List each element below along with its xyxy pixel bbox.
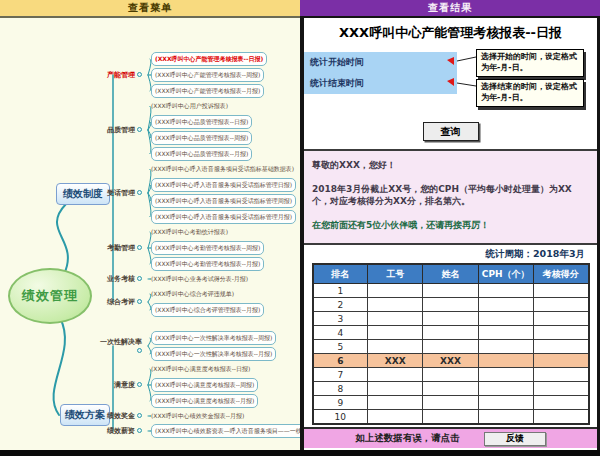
mindmap-leaves: (XXX呼叫中心考勤统计报表)(XXX呼叫中心考勤管理考核报表--周报)(XXX… xyxy=(142,225,264,271)
mindmap-leaf-node[interactable]: (XXX呼叫中心综合考评违规单) xyxy=(151,287,234,301)
encourage-text: 在您前面还有5位小伙伴哦，还请再接再厉！ xyxy=(312,219,589,232)
mindmap-leaf-node[interactable]: (XXX呼叫中心满意度考核报表--月报) xyxy=(151,394,258,408)
mindmap-leaf-node[interactable]: (XXX呼叫中心考勤统计报表) xyxy=(151,225,228,239)
mindmap-branch: 产能管理(XXX呼叫中心产能管理考核报表--日报)(XXX呼叫中心产能管理考核报… xyxy=(100,52,296,98)
time-fields-box: 统计开始时间 统计结束时间 xyxy=(304,52,457,94)
table-cell xyxy=(478,284,533,298)
start-time-field[interactable]: 统计开始时间 xyxy=(304,52,457,73)
mindmap-branch: 品质管理(XXX呼叫中心用户投诉报表)(XXX呼叫中心品质管理报表--日报)(X… xyxy=(100,99,296,161)
mindmap-leaf-node[interactable]: (XXX呼叫中心品质管理报表--日报) xyxy=(151,115,252,129)
mindmap-leaf-node[interactable]: (XXX呼叫中心呼入语音服务项目受话指标管理周报) xyxy=(151,194,296,208)
mindmap-leaf-node[interactable]: (XXX呼叫中心呼入语音服务项目受话指标基础数据表) xyxy=(151,162,294,176)
mindmap-branch-label[interactable]: 考勤管理 xyxy=(100,244,142,252)
mindmap-branch-label[interactable]: 满意度 xyxy=(100,381,142,389)
table-cell: 8 xyxy=(313,382,368,396)
table-cell xyxy=(368,284,423,298)
table-row: 9 xyxy=(313,396,589,410)
mindmap-branches: 产能管理(XXX呼叫中心产能管理考核报表--日报)(XXX呼叫中心产能管理考核报… xyxy=(100,52,296,439)
mindmap-leaf-node[interactable]: (XXX呼叫中心呼入语音服务项目受话指标管理日报) xyxy=(151,178,296,192)
mindmap-leaf-node[interactable]: (XXX呼叫中心考勤管理考核报表--周报) xyxy=(151,241,264,255)
table-header-cell: CPH（个） xyxy=(478,264,533,284)
mindmap-root-node[interactable]: 绩效管理 xyxy=(8,268,92,324)
mindmap-branch-label[interactable]: 综合考评 xyxy=(100,298,142,306)
table-cell: 7 xyxy=(313,368,368,382)
mindmap-leaves: (XXX呼叫中心绩效奖金报表--月报) xyxy=(142,409,244,423)
table-cell xyxy=(533,382,588,396)
mindmap-branch-label[interactable]: 受话管理 xyxy=(100,189,142,197)
mindmap-leaf-node[interactable]: (XXX呼叫中心产能管理考核报表--日报) xyxy=(151,52,267,66)
mindmap-branch-label[interactable]: 绩效薪资 xyxy=(100,427,142,435)
table-cell: XXX xyxy=(368,354,423,368)
start-time-tooltip: 选择开始的时间，设定格式为年-月-日。 xyxy=(476,49,584,77)
table-cell xyxy=(533,354,588,368)
start-time-label: 统计开始时间 xyxy=(310,56,364,69)
table-cell xyxy=(478,354,533,368)
table-cell xyxy=(478,340,533,354)
feedback-bar: 如上述数据有误，请点击 反馈 xyxy=(304,427,597,448)
screen: 查看菜单 绩效管理 绩效制度 绩效方案 产能管理(XXX呼叫中心产能管理考核报表… xyxy=(0,0,600,456)
mindmap-branch: 考勤管理(XXX呼叫中心考勤统计报表)(XXX呼叫中心考勤管理考核报表--周报)… xyxy=(100,225,296,271)
result-panel: 查看结果 XXX呼叫中心产能管理考核报表--日报 统计开始时间 统计结束时间 xyxy=(300,0,600,450)
mindmap-leaf-node[interactable]: (XXX呼叫中心满意度考核报表--周报) xyxy=(151,378,258,392)
mindmap-branch-label[interactable]: 产能管理 xyxy=(100,71,142,79)
end-time-field[interactable]: 统计结束时间 xyxy=(304,73,457,94)
mindmap-branch: 绩效奖金(XXX呼叫中心绩效奖金报表--月报) xyxy=(100,409,296,423)
table-row: 1 xyxy=(313,284,589,298)
table-cell xyxy=(368,340,423,354)
mindmap-branch-label[interactable]: 品质管理 xyxy=(100,126,142,134)
table-row: 8 xyxy=(313,382,589,396)
mindmap-leaf-node[interactable]: (XXX呼叫中心呼入语音服务项目受话指标管理月报) xyxy=(151,210,296,224)
mindmap-leaf-node[interactable]: (XXX呼叫中心一次性解决率考核报表--月报) xyxy=(151,347,276,361)
table-cell xyxy=(533,326,588,340)
mindmap-leaf-node[interactable]: (XXX呼叫中心产能管理考核报表--月报) xyxy=(151,84,264,98)
mindmap-leaves: (XXX呼叫中心业务考试得分表-月报) xyxy=(142,272,248,286)
table-header-cell: 排名 xyxy=(313,264,368,284)
table-header-cell: 考核得分 xyxy=(533,264,588,284)
table-cell xyxy=(478,368,533,382)
result-body: XXX呼叫中心产能管理考核报表--日报 统计开始时间 统计结束时间 选择 xyxy=(300,18,600,450)
table-row: 2 xyxy=(313,298,589,312)
table-cell xyxy=(368,410,423,425)
ranking-table: 排名工号姓名CPH（个）考核得分 123456XXXXXX78910 xyxy=(312,263,590,425)
mindmap-leaf-node[interactable]: (XXX呼叫中心绩效薪资表—呼入语音服务项目——一线岗位) xyxy=(151,424,320,438)
mindmap-branch-label[interactable]: 一次性解决率 xyxy=(100,338,142,355)
table-row: 7 xyxy=(313,368,589,382)
mindmap-branch-label[interactable]: 绩效奖金 xyxy=(100,412,142,420)
mindmap-leaf-node[interactable]: (XXX呼叫中心满意度考核报表--日报) xyxy=(151,362,250,376)
table-cell: 4 xyxy=(313,326,368,340)
mindmap-leaf-node[interactable]: (XXX呼叫中心品质管理报表--月报) xyxy=(151,147,252,161)
mindmap-leaf-node[interactable]: (XXX呼叫中心绩效奖金报表--月报) xyxy=(151,409,244,423)
mindmap-leaf-node[interactable]: (XXX呼叫中心产能管理考核报表--周报) xyxy=(151,68,264,82)
table-cell xyxy=(368,312,423,326)
mindmap-leaves: (XXX呼叫中心用户投诉报表)(XXX呼叫中心品质管理报表--日报)(XXX呼叫… xyxy=(142,99,252,161)
mindmap-leaf-node[interactable]: (XXX呼叫中心用户投诉报表) xyxy=(151,99,228,113)
mindmap-leaf-node[interactable]: (XXX呼叫中心考勤管理考核报表--月报) xyxy=(151,257,264,271)
table-cell xyxy=(423,298,478,312)
table-cell xyxy=(478,396,533,410)
feedback-button[interactable]: 反馈 xyxy=(484,432,546,446)
period-caption: 统计周期：2018年3月 xyxy=(304,245,597,263)
table-cell xyxy=(478,312,533,326)
mindmap-leaf-node[interactable]: (XXX呼叫中心综合考评管理报表--月报) xyxy=(151,303,264,317)
table-cell: 6 xyxy=(313,354,368,368)
query-button[interactable]: 查询 xyxy=(423,122,479,141)
mindmap-group: 产能管理(XXX呼叫中心产能管理考核报表--日报)(XXX呼叫中心产能管理考核报… xyxy=(100,52,296,317)
table-row: 6XXXXXX xyxy=(313,354,589,368)
mindmap-leaf-node[interactable]: (XXX呼叫中心品质管理报表--周报) xyxy=(151,131,252,145)
mindmap-branch: 满意度(XXX呼叫中心满意度考核报表--日报)(XXX呼叫中心满意度考核报表--… xyxy=(100,362,296,408)
table-cell: 3 xyxy=(313,312,368,326)
table-header-cell: 姓名 xyxy=(423,264,478,284)
mindmap-branch-label[interactable]: 业务考核 xyxy=(100,275,142,283)
result-body-text: 2018年3月份截止XX号，您的CPH（平均每小时处理量）为XX个，对应考核得分… xyxy=(312,183,589,208)
comment-marker-icon xyxy=(447,57,454,65)
comment-marker-icon xyxy=(447,78,454,86)
table-cell xyxy=(423,340,478,354)
mindmap-leaf-node[interactable]: (XXX呼叫中心业务考试得分表-月报) xyxy=(151,272,248,286)
table-cell: 2 xyxy=(313,298,368,312)
menu-panel: 查看菜单 绩效管理 绩效制度 绩效方案 产能管理(XXX呼叫中心产能管理考核报表… xyxy=(0,0,300,450)
table-cell xyxy=(368,326,423,340)
table-header-cell: 工号 xyxy=(368,264,423,284)
mindmap-leaf-node[interactable]: (XXX呼叫中心一次性解决率考核报表--周报) xyxy=(151,331,276,345)
greeting-text: 尊敬的XXX，您好！ xyxy=(312,159,589,172)
table-cell xyxy=(478,382,533,396)
